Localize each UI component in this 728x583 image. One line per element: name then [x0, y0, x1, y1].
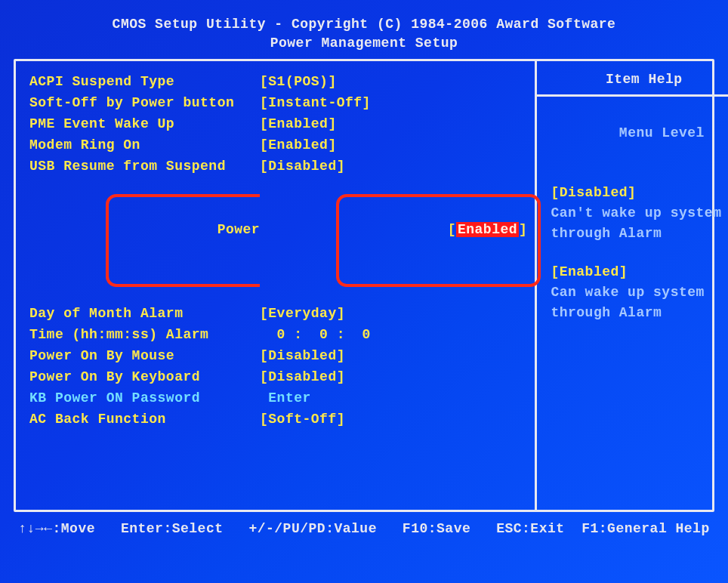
header-page-title: Power Management Setup — [14, 34, 714, 53]
setting-ac-back-function[interactable]: AC Back Function [Soft-Off] — [29, 409, 527, 430]
selected-value-highlight: Enabled — [456, 222, 519, 237]
help-block-disabled: [Disabled] Can't wake up system through … — [551, 183, 728, 244]
setting-label: PME Event Wake Up — [29, 114, 260, 135]
setting-value: 0 : 0 : 0 — [260, 325, 527, 346]
setting-value: [Enabled] — [260, 177, 527, 304]
setting-label: Time (hh:mm:ss) Alarm — [29, 325, 260, 346]
setting-soft-off-power-button[interactable]: Soft-Off by Power button [Instant-Off] — [29, 93, 527, 114]
help-panel: Item Help Menu Level ▸ [Disabled] Can't … — [537, 61, 728, 510]
setting-day-of-month-alarm[interactable]: Day of Month Alarm [Everyday] — [29, 304, 527, 325]
help-menu-level: Menu Level ▸ — [551, 109, 728, 156]
setting-value: [Enabled] — [260, 114, 527, 135]
setting-label: USB Resume from Suspend — [29, 156, 260, 177]
setting-pme-event-wake-up[interactable]: PME Event Wake Up [Enabled] — [29, 114, 527, 135]
setting-value: [Soft-Off] — [260, 409, 527, 430]
setting-label: Soft-Off by Power button — [29, 93, 260, 114]
setting-label: Power On By Mouse — [29, 346, 260, 367]
setting-label: ACPI Suspend Type — [29, 72, 260, 93]
setting-kb-power-on-password: xKB Power ON Password Enter — [29, 388, 527, 409]
footer-keyhints: ↑↓→←:Move Enter:Select +/-/PU/PD:Value F… — [14, 520, 714, 538]
setting-power-on-by-keyboard[interactable]: Power On By Keyboard [Disabled] — [29, 367, 527, 388]
setting-value: [Instant-Off] — [260, 93, 527, 114]
setting-value: [Everyday] — [260, 304, 527, 325]
setting-label: AC Back Function — [29, 409, 260, 430]
setting-value: [S1(POS)] — [260, 72, 527, 93]
settings-panel: ACPI Suspend Type [S1(POS)] Soft-Off by … — [16, 61, 537, 510]
help-block-enabled: [Enabled] Can wake up system through Ala… — [551, 262, 728, 323]
setting-label: Power-On by Alarm — [29, 177, 260, 304]
help-block-title: [Disabled] — [551, 183, 728, 203]
setting-value: [Disabled] — [260, 156, 527, 177]
setting-usb-resume-from-suspend[interactable]: USB Resume from Suspend [Disabled] — [29, 156, 527, 177]
setting-label: Modem Ring On — [29, 135, 260, 156]
setting-label: Power On By Keyboard — [29, 367, 260, 388]
help-block-body: Can wake up system through Alarm — [551, 282, 728, 323]
help-block-title: [Enabled] — [551, 262, 728, 282]
setting-power-on-by-mouse[interactable]: Power On By Mouse [Disabled] — [29, 346, 527, 367]
help-title: Item Help — [537, 72, 728, 97]
setting-value: Enter — [260, 388, 527, 409]
help-block-body: Can't wake up system through Alarm — [551, 203, 728, 244]
highlight-outline — [106, 194, 260, 288]
setting-label: xKB Power ON Password — [29, 388, 260, 409]
setting-acpi-suspend-type[interactable]: ACPI Suspend Type [S1(POS)] — [29, 72, 527, 93]
panels-frame: ACPI Suspend Type [S1(POS)] Soft-Off by … — [14, 59, 714, 512]
setting-modem-ring-on[interactable]: Modem Ring On [Enabled] — [29, 135, 527, 156]
setting-power-on-by-alarm[interactable]: Power-On by Alarm [Enabled] — [29, 177, 527, 304]
header-copyright: CMOS Setup Utility - Copyright (C) 1984-… — [14, 15, 714, 34]
setting-value: [Disabled] — [260, 367, 527, 388]
setting-label: Day of Month Alarm — [29, 304, 260, 325]
setting-value: [Enabled] — [260, 135, 527, 156]
setting-time-alarm[interactable]: Time (hh:mm:ss) Alarm 0 : 0 : 0 — [29, 325, 527, 346]
highlight-outline — [336, 194, 541, 288]
setting-value: [Disabled] — [260, 346, 527, 367]
bios-screen: CMOS Setup Utility - Copyright (C) 1984-… — [0, 0, 728, 583]
